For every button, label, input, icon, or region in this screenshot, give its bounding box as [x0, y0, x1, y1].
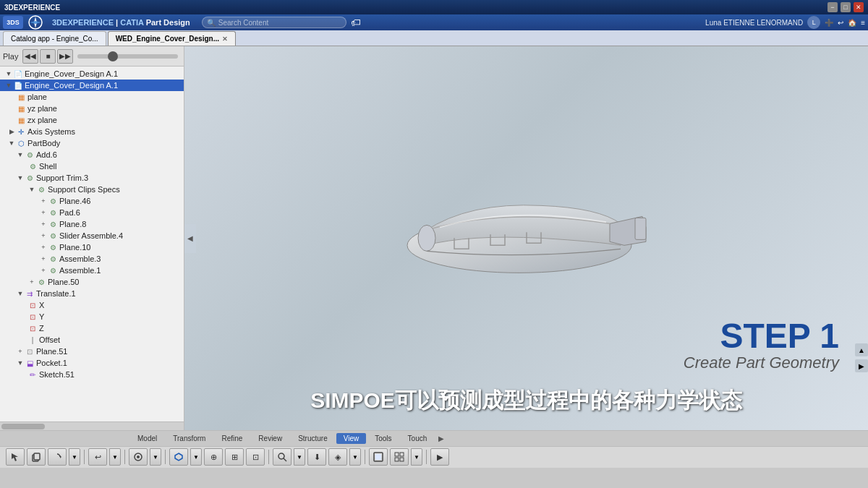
prev-button[interactable]: ◀◀ — [22, 49, 38, 64]
tree-toggle[interactable]: ▼ — [16, 359, 25, 367]
tree-item-translate1[interactable]: ▼ ⇉ Translate.1 — [0, 288, 184, 299]
tree-toggle[interactable]: ▼ — [16, 174, 25, 182]
tree-item-plane10[interactable]: + ⚙ Plane.10 — [0, 241, 184, 253]
home-icon[interactable]: 🏠 — [848, 19, 856, 27]
horizontal-scrollbar[interactable] — [0, 421, 184, 430]
toolbar-tab-tools[interactable]: Tools — [367, 433, 399, 444]
compass-icon[interactable] — [27, 14, 43, 30]
tab-close-icon[interactable]: ✕ — [222, 35, 228, 43]
render-more-button[interactable]: ▼ — [411, 448, 422, 466]
tree-item-plane[interactable]: ▦ plane — [0, 91, 184, 103]
more-icon[interactable]: ▶ — [435, 433, 447, 444]
tree-toggle[interactable]: ▼ — [27, 185, 36, 194]
tree-toggle[interactable]: ▶ — [7, 127, 16, 136]
snap-more-button[interactable]: ▼ — [150, 448, 161, 466]
zoomin-button[interactable]: ⬇ — [307, 448, 326, 466]
view3d-button[interactable] — [169, 448, 188, 466]
tree-item-z[interactable]: ⊡ Z — [0, 322, 184, 334]
undo-more-button[interactable]: ▼ — [109, 448, 121, 466]
tree-item-shell[interactable]: ⚙ Shell — [0, 160, 184, 172]
toolbar-tab-structure[interactable]: Structure — [291, 433, 335, 444]
tree-item-partbody[interactable]: ▼ ⬡ PartBody — [0, 137, 184, 149]
zoom-more-button[interactable]: ▼ — [294, 448, 305, 466]
tree-item-supportclips[interactable]: ▼ ⚙ Support Clips Specs — [0, 184, 184, 195]
tree-item-yzplane[interactable]: ▦ yz plane — [0, 103, 184, 114]
tree-toggle[interactable]: + — [39, 220, 48, 228]
tree-item-add6[interactable]: ▼ ⚙ Add.6 — [0, 149, 184, 160]
undo-button[interactable]: ↩ — [88, 448, 107, 466]
tree-item-x[interactable]: ⊡ X — [0, 299, 184, 311]
grid-button[interactable] — [390, 448, 409, 466]
more-tools-button[interactable]: ▶ — [430, 448, 449, 466]
next-button[interactable]: ▶▶ — [57, 49, 73, 64]
tree-item-pad6[interactable]: + ⚙ Pad.6 — [0, 207, 184, 218]
search-bar[interactable]: 🔍 Search Content — [202, 17, 346, 28]
rotate-button[interactable] — [48, 448, 67, 466]
tree-item-y[interactable]: ⊡ Y — [0, 311, 184, 322]
scrollbar-thumb[interactable] — [1, 424, 45, 429]
tab-catalog[interactable]: Catalog app - Engine_Co... — [3, 31, 106, 46]
zoomout-button[interactable]: ◈ — [328, 448, 347, 466]
toolbar-tab-review[interactable]: Review — [251, 433, 289, 444]
tab-wed[interactable]: WED_Engine_Cover_Design... ✕ — [108, 31, 236, 46]
tree-item-plane8[interactable]: + ⚙ Plane.8 — [0, 218, 184, 230]
tree-toggle[interactable]: + — [39, 231, 48, 240]
back-icon[interactable]: ↩ — [838, 19, 843, 27]
tree-item-pocket1[interactable]: ▼ ⬓ Pocket.1 — [0, 357, 184, 369]
copy-button[interactable] — [27, 448, 46, 466]
tree-toggle[interactable]: ▼ — [16, 289, 25, 298]
render-button[interactable] — [369, 448, 388, 466]
tree-toggle[interactable]: + — [16, 347, 25, 356]
tree-item-selected[interactable]: ▼ 📄 Engine_Cover_Design A.1 — [0, 80, 184, 91]
zoom-button[interactable] — [273, 448, 292, 466]
tree-toggle[interactable]: ▼ — [4, 69, 13, 78]
tree-toggle[interactable]: + — [39, 208, 48, 217]
tree-item-assemble1[interactable]: + ⚙ Assemble.1 — [0, 265, 184, 276]
toolbar-tab-model[interactable]: Model — [130, 433, 164, 444]
tree-item-root[interactable]: ▼ 📄 Engine_Cover_Design A.1 — [0, 68, 184, 80]
stop-button[interactable]: ■ — [40, 49, 56, 64]
minimize-button[interactable]: − — [827, 2, 838, 12]
menu-icon[interactable]: ≡ — [861, 19, 865, 27]
viewpan-button[interactable]: ⊞ — [225, 448, 244, 466]
tree-toggle[interactable]: ▼ — [4, 81, 13, 90]
tree-item-plane51[interactable]: + ⊡ Plane.51 — [0, 346, 184, 357]
tree-item-supporttrim3[interactable]: ▼ ⚙ Support Trim.3 — [0, 172, 184, 184]
viewzoom-button[interactable]: ⊡ — [246, 448, 265, 466]
snap-button[interactable] — [129, 448, 148, 466]
tree-item-zxplane[interactable]: ▦ zx plane — [0, 114, 184, 126]
3d-viewport[interactable]: ◀ — [184, 46, 868, 430]
tree-toggle[interactable]: + — [39, 243, 48, 252]
nav-arrow-right[interactable]: ▶ — [855, 359, 868, 372]
nav-arrow-up[interactable]: ▲ — [855, 343, 868, 356]
tree-toggle[interactable]: ▼ — [7, 139, 16, 147]
tree-item-offset[interactable]: | Offset — [0, 334, 184, 346]
tree-toggle[interactable]: + — [39, 197, 48, 205]
progress-thumb[interactable] — [108, 51, 118, 61]
close-button[interactable]: ✕ — [854, 2, 864, 12]
nav-left-arrow[interactable]: ◀ — [184, 224, 196, 253]
select-tool-button[interactable] — [6, 448, 25, 466]
tree-toggle[interactable]: ▼ — [16, 150, 25, 159]
view3d-more-button[interactable]: ▼ — [190, 448, 202, 466]
rotate-more-button[interactable]: ▼ — [69, 448, 80, 466]
tree-toggle[interactable]: + — [39, 254, 48, 263]
toolbar-tab-refine[interactable]: Refine — [214, 433, 250, 444]
menu-app-name[interactable]: 3DEXPERIENCE | CATIA Part Design — [48, 17, 195, 28]
toolbar-tab-transform[interactable]: Transform — [166, 433, 213, 444]
maximize-button[interactable]: □ — [841, 2, 851, 12]
tree-toggle[interactable]: + — [27, 278, 36, 286]
tree-item-sliderassemble4[interactable]: + ⚙ Slider Assemble.4 — [0, 230, 184, 241]
tree-item-plane46[interactable]: + ⚙ Plane.46 — [0, 195, 184, 207]
tree-item-assemble3[interactable]: + ⚙ Assemble.3 — [0, 253, 184, 265]
tree-toggle[interactable]: + — [39, 266, 48, 275]
viewfit-button[interactable]: ⊕ — [204, 448, 223, 466]
toolbar-tab-touch[interactable]: Touch — [401, 433, 435, 444]
progress-bar[interactable] — [77, 54, 178, 59]
tree-item-sketch51[interactable]: ✏ Sketch.51 — [0, 369, 184, 380]
toolbar-tab-view[interactable]: View — [336, 433, 367, 444]
tree-item-axissys[interactable]: ▶ ✛ Axis Systems — [0, 126, 184, 137]
bookmark-icon[interactable]: 🏷 — [351, 17, 361, 28]
zoom-extra-button[interactable]: ▼ — [349, 448, 361, 466]
tree-item-plane50[interactable]: + ⚙ Plane.50 — [0, 276, 184, 288]
